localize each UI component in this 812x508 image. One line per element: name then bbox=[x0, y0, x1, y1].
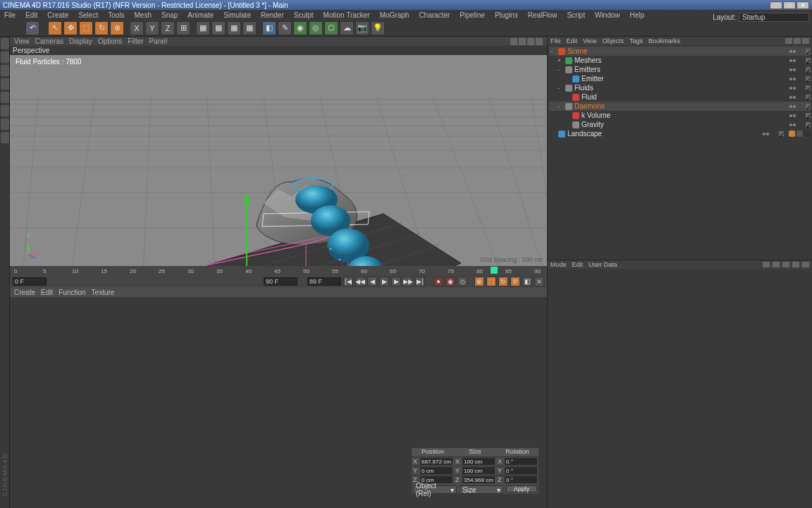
maximize-button[interactable]: □ bbox=[783, 1, 796, 9]
lock-x[interactable]: X bbox=[130, 21, 144, 35]
current-frame-field[interactable]: 89 F bbox=[307, 277, 341, 286]
menu-create[interactable]: Create bbox=[44, 11, 71, 19]
size-Z[interactable]: 354.968 cm bbox=[462, 476, 495, 483]
enable-check[interactable]: ✓ bbox=[806, 49, 811, 54]
range-end-field[interactable]: 90 F bbox=[264, 277, 297, 286]
expand-icon[interactable]: - bbox=[558, 104, 563, 109]
view-tab-label[interactable]: Perspective bbox=[13, 47, 49, 54]
expand-icon[interactable] bbox=[550, 131, 556, 137]
attr-mode[interactable]: Mode bbox=[550, 261, 567, 268]
add-cube[interactable]: ◧ bbox=[262, 21, 276, 35]
add-nurbs[interactable]: ◉ bbox=[293, 21, 307, 35]
coord-apply-button[interactable]: Apply bbox=[506, 485, 537, 492]
pos-Y[interactable]: 0 cm bbox=[420, 467, 453, 474]
render-settings[interactable]: ▦ bbox=[242, 21, 257, 35]
goto-end[interactable]: ▶| bbox=[415, 277, 425, 286]
add-pen[interactable]: ✎ bbox=[278, 21, 292, 35]
view-menu-display[interactable]: Display bbox=[69, 37, 92, 45]
add-deformer[interactable]: ⬡ bbox=[324, 21, 338, 35]
menu-script[interactable]: Script bbox=[564, 11, 588, 19]
last-tool[interactable]: ⊕ bbox=[110, 21, 124, 35]
add-light[interactable]: 💡 bbox=[371, 21, 385, 35]
key-param[interactable]: P bbox=[510, 277, 520, 286]
enable-check[interactable]: ✓ bbox=[806, 122, 811, 127]
visibility-dots[interactable] bbox=[789, 114, 804, 117]
polygon-mode[interactable] bbox=[1, 105, 9, 116]
key-pla[interactable]: ◧ bbox=[522, 277, 532, 286]
lock-z[interactable]: Z bbox=[161, 21, 175, 35]
visibility-dots[interactable] bbox=[789, 87, 804, 90]
range-start-field[interactable]: 0 F bbox=[13, 277, 47, 286]
play-button[interactable]: ▶ bbox=[379, 277, 389, 286]
key-selection[interactable]: ◇ bbox=[457, 277, 467, 286]
pos-X[interactable]: 687.872 cm bbox=[420, 458, 453, 465]
enable-check[interactable]: ✓ bbox=[806, 67, 811, 72]
coord-size-dropdown[interactable]: Size▾ bbox=[460, 485, 503, 494]
mat-menu-create[interactable]: Create bbox=[14, 289, 35, 296]
menu-mesh[interactable]: Mesh bbox=[132, 11, 154, 19]
view-menu-panel[interactable]: Panel bbox=[149, 37, 168, 45]
scale-tool[interactable]: ⬚ bbox=[79, 21, 93, 35]
rotate-tool[interactable]: ↻ bbox=[94, 21, 109, 35]
autokey-button[interactable]: ◉ bbox=[445, 277, 455, 286]
mat-menu-texture[interactable]: Texture bbox=[92, 289, 115, 296]
select-tool[interactable]: ↖ bbox=[48, 21, 62, 35]
prev-frame[interactable]: ◀ bbox=[367, 277, 377, 286]
tree-row-scene[interactable]: - Scene ✓ bbox=[549, 47, 811, 56]
visibility-dots[interactable] bbox=[789, 68, 804, 71]
attr-new[interactable] bbox=[792, 262, 799, 267]
tree-row-landscape[interactable]: Landscape ✓ bbox=[549, 129, 811, 138]
snap-toggle[interactable] bbox=[1, 132, 9, 143]
attr-lock[interactable] bbox=[802, 262, 809, 267]
expand-icon[interactable] bbox=[565, 95, 570, 100]
axis-mode[interactable] bbox=[1, 119, 9, 130]
menu-snap[interactable]: Snap bbox=[159, 11, 180, 19]
viewport-nav-2[interactable] bbox=[519, 38, 526, 45]
visibility-dots[interactable] bbox=[789, 96, 804, 99]
timeline-options[interactable]: ≡ bbox=[534, 277, 544, 286]
goto-start[interactable]: |◀ bbox=[343, 277, 353, 286]
render-picture[interactable]: ▦ bbox=[227, 21, 241, 35]
expand-icon[interactable] bbox=[565, 122, 570, 128]
menu-sculpt[interactable]: Sculpt bbox=[291, 11, 316, 19]
size-X[interactable]: 100 cm bbox=[462, 458, 495, 465]
visibility-dots[interactable] bbox=[789, 105, 804, 108]
menu-window[interactable]: Window bbox=[592, 11, 623, 19]
tree-row-k-volume[interactable]: k Volume ✓ bbox=[549, 111, 811, 120]
menu-animate[interactable]: Animate bbox=[185, 11, 216, 19]
view-menu-options[interactable]: Options bbox=[98, 37, 122, 45]
expand-icon[interactable] bbox=[565, 76, 570, 82]
enable-check[interactable]: ✓ bbox=[806, 58, 811, 63]
enable-check[interactable]: ✓ bbox=[806, 113, 811, 118]
expand-icon[interactable]: - bbox=[550, 49, 556, 54]
tag-icon[interactable] bbox=[789, 131, 795, 137]
visibility-dots[interactable] bbox=[763, 133, 777, 135]
om-bookmarks[interactable]: Bookmarks bbox=[648, 37, 680, 44]
key-rot[interactable]: ↻ bbox=[498, 277, 508, 286]
enable-check[interactable]: ✓ bbox=[806, 76, 811, 81]
menu-mograph[interactable]: MoGraph bbox=[377, 11, 412, 19]
menu-realflow[interactable]: RealFlow bbox=[525, 11, 560, 19]
enable-check[interactable]: ✓ bbox=[806, 95, 811, 99]
tree-row-emitters[interactable]: - Emitters ✓ bbox=[549, 65, 811, 74]
object-tree[interactable]: - Scene ✓ + Meshers ✓ - Emitters ✓ Emitt… bbox=[548, 45, 812, 140]
mat-menu-function[interactable]: Function bbox=[59, 289, 85, 296]
tree-row-meshers[interactable]: + Meshers ✓ bbox=[549, 56, 811, 65]
viewport-nav-4[interactable] bbox=[536, 38, 543, 45]
attr-edit[interactable]: Edit bbox=[572, 261, 584, 268]
menu-tools[interactable]: Tools bbox=[105, 11, 127, 19]
om-edit[interactable]: Edit bbox=[567, 37, 578, 44]
menu-edit[interactable]: Edit bbox=[23, 11, 40, 19]
close-button[interactable]: ✕ bbox=[796, 1, 809, 9]
expand-icon[interactable] bbox=[565, 113, 570, 119]
visibility-dots[interactable] bbox=[789, 123, 804, 126]
viewport-nav-1[interactable] bbox=[510, 38, 517, 45]
minimize-button[interactable]: _ bbox=[770, 1, 782, 9]
attr-nav-back[interactable] bbox=[763, 262, 770, 267]
menu-pipeline[interactable]: Pipeline bbox=[457, 11, 488, 19]
size-Y[interactable]: 100 cm bbox=[462, 467, 495, 474]
move-tool[interactable]: ✥ bbox=[63, 21, 78, 35]
coord-system[interactable]: ⊞ bbox=[176, 21, 190, 35]
om-objects[interactable]: Objects bbox=[602, 37, 624, 44]
lock-y[interactable]: Y bbox=[145, 21, 159, 35]
